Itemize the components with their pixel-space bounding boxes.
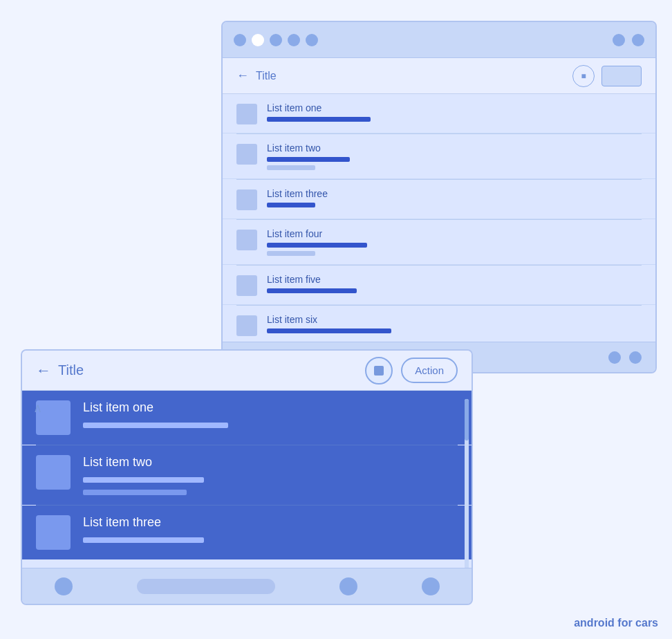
back-list-item-4[interactable]: List item four [223,220,655,265]
dot-right-1 [613,34,625,46]
front-item-title-3: List item three [83,515,204,530]
back-bar-4b [267,251,315,256]
front-list-item-3[interactable]: List item three [22,506,472,559]
brand-text-android: android [574,617,615,629]
back-thumb-6 [236,315,257,336]
back-rect-button[interactable] [601,66,642,86]
front-scrollbar[interactable] [465,399,469,593]
back-bar-5 [267,288,357,293]
front-nav-dot-1 [55,577,73,595]
back-list-item-6[interactable]: List item six [223,306,655,345]
front-nav-dot-2 [339,577,357,595]
back-thumb-2 [236,144,257,165]
action-button[interactable]: Action [401,358,458,383]
front-list: List item one List item two List item th… [22,391,472,559]
front-appbar-left: ← Title [36,362,84,380]
stop-icon-front [374,366,384,376]
front-list-item-1[interactable]: List item one [22,391,472,445]
back-thumb-1 [236,104,257,124]
front-list-item-2[interactable]: List item two [22,445,472,505]
back-bar-2a [267,157,350,162]
back-item-title-5: List item five [267,274,357,285]
back-text-6: List item six [267,314,391,333]
back-bar-3 [267,203,315,207]
back-thumb-5 [236,275,257,296]
scrollbar-thumb [465,399,469,441]
back-appbar-right: ■ [572,65,642,87]
front-text-2: List item two [83,455,204,495]
front-bar-2b [83,490,187,495]
back-titlebar [223,22,655,58]
front-bottom-bar [22,568,472,604]
front-window: ← Title Action ∧ List item one List i [21,349,473,605]
scroll-up-icon[interactable]: ∧ [33,400,42,416]
back-text-4: List item four [267,228,367,256]
back-text-1: List item one [267,102,371,122]
front-nav-dot-3 [422,577,440,595]
back-bottom-dot-1 [608,351,621,364]
back-appbar-left: ← Title [236,68,277,83]
dot-1 [234,34,246,46]
back-item-title-1: List item one [267,102,371,113]
window-right-dots [613,34,644,46]
front-text-1: List item one [83,400,228,432]
back-text-5: List item five [267,274,357,293]
front-bar-2a [83,477,204,483]
back-bar-6 [267,328,391,333]
back-list-item-5[interactable]: List item five [223,266,655,305]
front-icon-button[interactable] [365,357,393,385]
front-text-3: List item three [83,515,204,546]
dot-4 [288,34,300,46]
dot-2 [252,34,264,46]
back-bar-1 [267,117,371,122]
brand-label: android for cars [574,617,658,629]
front-appbar-right: Action [365,357,458,385]
front-thumb-3 [36,515,71,550]
stop-icon: ■ [581,71,586,81]
front-bar-3 [83,537,204,543]
front-appbar: ← Title Action [22,351,472,391]
front-nav-pill [137,579,275,594]
back-bar-2b [267,165,315,170]
dot-5 [306,34,318,46]
window-dots [234,34,318,46]
back-list: List item one List item two List item th… [223,94,655,373]
front-item-title-1: List item one [83,400,228,415]
back-item-title-4: List item four [267,228,367,239]
front-appbar-title: Title [58,362,84,378]
back-item-title-3: List item three [267,188,328,199]
back-appbar-title: Title [256,70,277,82]
back-bar-4a [267,243,367,248]
back-icon-button[interactable]: ■ [572,65,595,87]
back-item-title-6: List item six [267,314,391,325]
back-appbar: ← Title ■ [223,58,655,94]
back-thumb-4 [236,230,257,250]
back-list-item-3[interactable]: List item three [223,180,655,219]
front-item-title-2: List item two [83,455,204,470]
front-bar-1 [83,423,228,428]
back-bottom-dot-2 [629,351,642,364]
back-text-2: List item two [267,142,350,170]
back-thumb-3 [236,189,257,210]
back-arrow-icon[interactable]: ← [236,68,249,83]
front-back-arrow-icon[interactable]: ← [36,362,51,380]
front-thumb-2 [36,455,71,490]
brand-text-suffix: for cars [615,617,658,629]
back-list-item-2[interactable]: List item two [223,134,655,179]
back-item-title-2: List item two [267,142,350,154]
back-list-item-1[interactable]: List item one [223,94,655,133]
back-text-3: List item three [267,188,328,207]
dot-3 [270,34,282,46]
back-window: ← Title ■ List item one List item two [221,21,657,373]
dot-right-2 [632,34,644,46]
